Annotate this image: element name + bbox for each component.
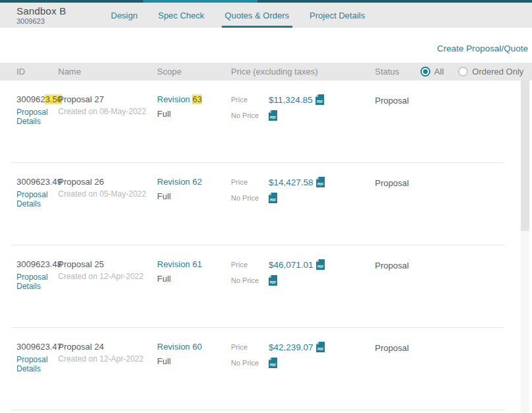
proposal-id-text: 300962 xyxy=(17,94,45,104)
price-value-link[interactable]: $46,071.01 xyxy=(269,260,314,270)
search-highlight: 63 xyxy=(192,94,201,104)
revision-line: Revision 60 xyxy=(157,342,231,352)
pdf-icon[interactable]: PDF xyxy=(269,275,277,286)
proposal-id-text: 3009623.49 xyxy=(17,177,62,187)
proposal-id: 3009623.49 xyxy=(17,177,58,187)
table-row: 3009623.50 Proposal Details Proposal 27 … xyxy=(0,80,532,163)
scope-type: Full xyxy=(157,191,231,201)
pdf-icon[interactable]: PDF xyxy=(316,94,324,105)
revision-link[interactable]: Revision xyxy=(157,94,192,104)
tab-quotes-orders[interactable]: Quotes & Orders xyxy=(225,3,290,28)
no-price-label: No Price xyxy=(231,110,269,119)
status-value: Proposal xyxy=(375,177,532,245)
revision-link[interactable]: Revision 60 xyxy=(157,342,202,352)
scope-type: Full xyxy=(157,109,231,119)
vertical-scrollbar[interactable] xyxy=(521,80,529,413)
status-value: Proposal xyxy=(375,342,532,410)
svg-text:PDF: PDF xyxy=(270,364,276,367)
revision-line: Revision 61 xyxy=(157,259,231,269)
column-header-price: Price (excluding taxes) xyxy=(231,67,375,77)
price-label: Price xyxy=(231,342,269,351)
proposal-name: Proposal 25 xyxy=(58,259,157,269)
tab-project-details[interactable]: Project Details xyxy=(310,3,365,28)
created-date: Created on 06-May-2022 xyxy=(58,107,157,116)
proposal-name: Proposal 27 xyxy=(58,94,157,104)
radio-option-all[interactable]: All xyxy=(420,67,444,77)
created-date: Created on 05-May-2022 xyxy=(58,189,157,199)
proposal-details-link[interactable]: Proposal Details xyxy=(17,190,58,208)
svg-text:PDF: PDF xyxy=(270,281,276,284)
proposal-details-link[interactable]: Proposal Details xyxy=(17,272,58,291)
no-price-label: No Price xyxy=(231,193,269,202)
proposal-id: 3009623.50 xyxy=(17,94,58,104)
radio-option-ordered-only[interactable]: Ordered Only xyxy=(458,67,523,77)
no-price-label: No Price xyxy=(231,275,269,284)
svg-text:PDF: PDF xyxy=(270,116,276,119)
pdf-icon[interactable]: PDF xyxy=(269,358,277,368)
price-value-link[interactable]: $11,324.85 xyxy=(269,95,313,105)
project-name: Sandbox B xyxy=(17,5,66,16)
pdf-icon[interactable]: PDF xyxy=(269,193,277,203)
column-header-name: Name xyxy=(58,67,157,77)
svg-text:PDF: PDF xyxy=(317,183,323,186)
tab-design[interactable]: Design xyxy=(111,3,137,28)
price-value-link[interactable]: $42,239.07 xyxy=(269,342,314,352)
table-row: 3009623.48 Proposal Details Proposal 25 … xyxy=(0,245,532,328)
column-header-status: Status All Ordered Only xyxy=(375,67,532,77)
proposal-details-link[interactable]: Proposal Details xyxy=(17,108,58,126)
price-label: Price xyxy=(231,259,269,269)
proposal-id: 3009623.48 xyxy=(17,259,58,269)
svg-text:PDF: PDF xyxy=(317,348,323,351)
proposal-id-text: 3009623.48 xyxy=(17,259,62,269)
no-price-label: No Price xyxy=(231,358,269,367)
svg-text:PDF: PDF xyxy=(316,100,322,104)
column-header-id: ID xyxy=(0,67,58,77)
status-filter-label: Status xyxy=(375,67,399,77)
pdf-icon[interactable]: PDF xyxy=(316,259,325,270)
project-number: 3009623 xyxy=(17,17,66,25)
tab-spec-check[interactable]: Spec Check xyxy=(158,3,204,28)
quotes-table-body: 3009623.50 Proposal Details Proposal 27 … xyxy=(0,80,532,410)
created-date: Created on 12-Apr-2022 xyxy=(58,354,157,364)
revision-line: Revision 62 xyxy=(157,177,231,187)
proposal-details-link[interactable]: Proposal Details xyxy=(17,355,58,373)
radio-ordered-only-icon[interactable] xyxy=(458,67,468,77)
table-header: ID Name Scope Price (excluding taxes) St… xyxy=(0,63,532,80)
tab-bar: Design Spec Check Quotes & Orders Projec… xyxy=(111,3,365,28)
status-value: Proposal xyxy=(375,259,532,328)
svg-text:PDF: PDF xyxy=(317,265,323,269)
scrollbar-thumb[interactable] xyxy=(521,80,529,231)
svg-text:PDF: PDF xyxy=(270,199,276,202)
revision-link[interactable]: Revision 61 xyxy=(157,259,202,269)
radio-all-label: All xyxy=(434,67,444,77)
price-value-link[interactable]: $14,427.58 xyxy=(269,177,314,187)
scope-type: Full xyxy=(157,274,231,284)
table-row: 3009623.47 Proposal Details Proposal 24 … xyxy=(0,328,532,410)
radio-all-icon[interactable] xyxy=(420,67,430,77)
status-filter-group: All Ordered Only xyxy=(420,67,524,77)
scope-type: Full xyxy=(157,356,231,366)
column-header-scope: Scope xyxy=(157,67,231,77)
created-date: Created on 12-Apr-2022 xyxy=(58,272,157,281)
revision-link[interactable]: Revision 62 xyxy=(157,177,202,187)
project-title-block: Sandbox B 3009623 xyxy=(17,5,66,25)
create-proposal-quote-link[interactable]: Create Proposal/Quote xyxy=(437,44,528,53)
status-value: Proposal xyxy=(375,94,532,163)
app-header: Sandbox B 3009623 Design Spec Check Quot… xyxy=(0,3,532,28)
pdf-icon[interactable]: PDF xyxy=(316,177,325,187)
pdf-icon[interactable]: PDF xyxy=(269,110,277,121)
proposal-id: 3009623.47 xyxy=(17,342,58,352)
proposal-name: Proposal 26 xyxy=(58,177,157,187)
radio-ordered-only-label: Ordered Only xyxy=(472,67,523,77)
price-label: Price xyxy=(231,94,269,104)
proposal-name: Proposal 24 xyxy=(58,342,157,352)
revision-line: Revision 63 xyxy=(157,94,231,104)
pdf-icon[interactable]: PDF xyxy=(316,342,325,352)
price-label: Price xyxy=(231,177,269,186)
table-row: 3009623.49 Proposal Details Proposal 26 … xyxy=(0,163,532,245)
proposal-id-text: 3009623.47 xyxy=(17,342,62,352)
